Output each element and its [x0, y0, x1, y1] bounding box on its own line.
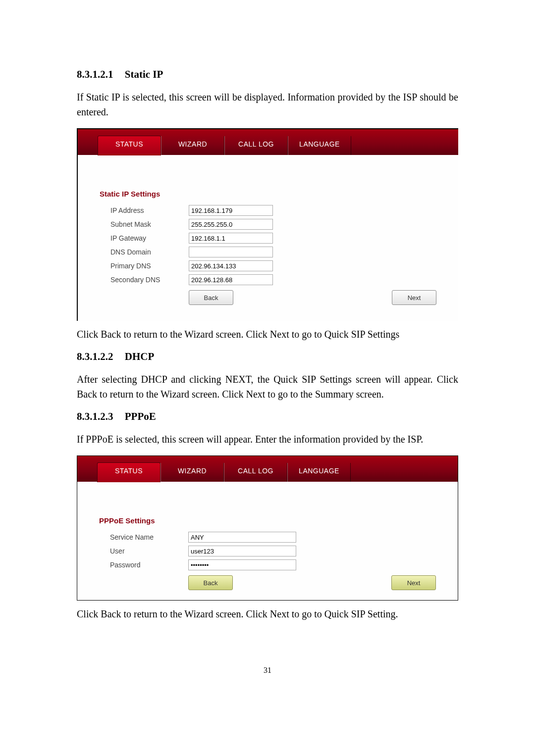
- back-button[interactable]: Back: [188, 575, 233, 590]
- label-secondary-dns: Secondary DNS: [100, 276, 189, 284]
- para-static-ip-nav: Click Back to return to the Wizard scree…: [77, 327, 458, 342]
- heading-static-ip: 8.3.1.2.1 Static IP: [77, 68, 458, 81]
- back-button[interactable]: Back: [189, 290, 233, 305]
- input-user[interactable]: [188, 546, 296, 556]
- input-subnet-mask[interactable]: [189, 219, 273, 230]
- pppoe-body: PPPoE Settings Service Name User Passwor…: [77, 482, 458, 600]
- page-number: 31: [77, 666, 458, 675]
- input-dns-domain[interactable]: [189, 247, 273, 257]
- nav-bar: STATUS WIZARD CALL LOG LANGUAGE: [77, 456, 458, 482]
- static-ip-title: Static IP Settings: [100, 190, 436, 198]
- next-button[interactable]: Next: [392, 290, 436, 305]
- para-pppoe-nav: Click Back to return to the Wizard scree…: [77, 606, 458, 621]
- heading-title: DHCP: [125, 351, 155, 362]
- heading-num: 8.3.1.2.3: [77, 410, 113, 423]
- nav-bar: STATUS WIZARD CALL LOG LANGUAGE: [78, 129, 458, 155]
- tab-language[interactable]: LANGUAGE: [287, 463, 351, 482]
- heading-title: Static IP: [125, 68, 163, 80]
- next-button[interactable]: Next: [391, 575, 436, 590]
- label-subnet-mask: Subnet Mask: [100, 220, 189, 228]
- tab-language[interactable]: LANGUAGE: [288, 136, 351, 155]
- label-ip-address: IP Address: [100, 206, 189, 214]
- tab-wizard[interactable]: WIZARD: [161, 136, 224, 155]
- pppoe-title: PPPoE Settings: [99, 516, 436, 525]
- input-password[interactable]: [188, 559, 296, 570]
- heading-num: 8.3.1.2.2: [77, 351, 113, 363]
- input-secondary-dns[interactable]: [189, 274, 273, 285]
- tab-status[interactable]: STATUS: [97, 462, 160, 482]
- para-pppoe-intro: If PPPoE is selected, this screen will a…: [77, 432, 458, 447]
- input-service-name[interactable]: [188, 532, 296, 543]
- heading-dhcp: 8.3.1.2.2 DHCP: [77, 351, 458, 363]
- label-user: User: [99, 547, 188, 555]
- para-dhcp: After selecting DHCP and clicking NEXT, …: [77, 372, 458, 402]
- heading-title: PPPoE: [125, 410, 156, 422]
- heading-num: 8.3.1.2.1: [77, 68, 113, 81]
- para-static-ip-intro: If Static IP is selected, this screen wi…: [77, 90, 458, 119]
- label-password: Password: [99, 561, 188, 569]
- tab-wizard[interactable]: WIZARD: [160, 463, 224, 482]
- tab-status[interactable]: STATUS: [98, 136, 161, 155]
- input-ip-address[interactable]: [189, 205, 273, 216]
- static-ip-body: Static IP Settings IP Address Subnet Mas…: [78, 155, 458, 321]
- tab-call-log[interactable]: CALL LOG: [224, 463, 287, 482]
- heading-pppoe: 8.3.1.2.3 PPPoE: [77, 410, 458, 423]
- input-primary-dns[interactable]: [189, 260, 273, 271]
- tab-call-log[interactable]: CALL LOG: [224, 136, 288, 155]
- pppoe-panel: STATUS WIZARD CALL LOG LANGUAGE PPPoE Se…: [77, 455, 458, 601]
- input-ip-gateway[interactable]: [189, 233, 273, 244]
- label-dns-domain: DNS Domain: [100, 248, 189, 256]
- static-ip-panel: STATUS WIZARD CALL LOG LANGUAGE Static I…: [77, 128, 458, 321]
- label-ip-gateway: IP Gateway: [100, 234, 189, 242]
- label-primary-dns: Primary DNS: [100, 262, 189, 270]
- label-service-name: Service Name: [99, 533, 188, 541]
